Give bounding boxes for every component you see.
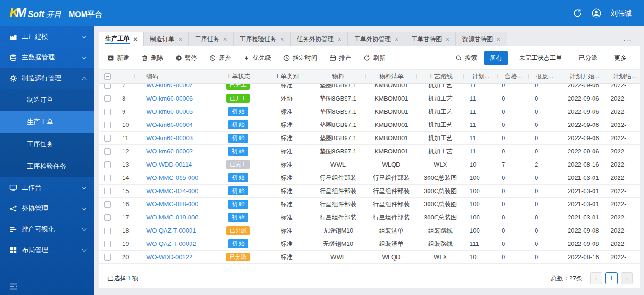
- sidebar-item[interactable]: 工作台: [0, 177, 94, 198]
- workorder-code-link[interactable]: WO-MMO-088-000: [146, 201, 198, 208]
- filter-button[interactable]: 未完工状态工单: [513, 51, 568, 65]
- row-checkbox[interactable]: [104, 241, 111, 247]
- prev-page-button[interactable]: [590, 272, 602, 284]
- column-plan-qty[interactable]: 计划...: [464, 70, 498, 83]
- table-row[interactable]: 7 WO-km60-00007 已开工 标准 垫圈8GB97.1 KMBOM00…: [99, 84, 640, 92]
- sidebar-item[interactable]: 工厂建模: [0, 26, 94, 47]
- workorder-code-link[interactable]: WO-WDD-00114: [146, 161, 192, 168]
- tab-close-icon[interactable]: [395, 36, 398, 42]
- workorder-code-link[interactable]: WO-WDD-00122: [146, 253, 192, 261]
- table-row[interactable]: 16 WO-MMO-088-000 初 始 标准 行星组件部装 行星组件部装 3…: [99, 198, 640, 211]
- tab-close-icon[interactable]: [446, 36, 449, 42]
- sidebar-item[interactable]: 外协管理: [0, 198, 94, 219]
- sidebar-subitem[interactable]: 制造订单: [0, 89, 94, 111]
- tab-close-icon[interactable]: [281, 36, 284, 42]
- column-bom[interactable]: 物料清单: [366, 70, 417, 83]
- toolbar-button[interactable]: 刷新: [363, 54, 385, 62]
- tab[interactable]: 资源甘特图: [456, 32, 507, 46]
- tab-close-icon[interactable]: [133, 36, 137, 42]
- username[interactable]: 刘伟诚: [611, 9, 632, 18]
- row-checkbox[interactable]: [104, 175, 111, 181]
- workorder-code-link[interactable]: WO-QAZ-T-00001: [146, 227, 196, 234]
- column-code[interactable]: 编码: [135, 70, 213, 83]
- sidebar-subitem[interactable]: 生产工单: [0, 111, 94, 133]
- tab-close-icon[interactable]: [178, 36, 182, 42]
- page-number[interactable]: 1: [605, 272, 618, 284]
- row-checkbox[interactable]: [104, 109, 111, 115]
- workorder-code-link[interactable]: WO-km60-00004: [146, 121, 193, 128]
- table-row[interactable]: 20 WO-WDD-00122 已分派 标准 WWL WLQD WLX 10 0…: [99, 251, 640, 264]
- sidebar-item[interactable]: 布局管理: [0, 240, 94, 261]
- tab[interactable]: 工单甘特图: [405, 32, 456, 46]
- sidebar-item[interactable]: 主数据管理: [0, 47, 94, 68]
- sidebar-subitem[interactable]: 工序检验任务: [0, 155, 94, 177]
- select-all-checkbox[interactable]: [104, 73, 111, 80]
- row-checkbox[interactable]: [104, 135, 111, 142]
- table-row[interactable]: 13 WO-WDD-00114 已完工 标准 WWL WLQD WLX 10 7…: [99, 158, 640, 171]
- tab[interactable]: 工序检验任务: [234, 32, 291, 46]
- table-row[interactable]: 8 WO-km60-00006 已开工 外协 垫圈8GB97.1 KMBOM00…: [99, 92, 640, 105]
- toolbar-button[interactable]: 优先级: [243, 54, 271, 62]
- column-scrap-qty[interactable]: 报废...: [529, 70, 560, 83]
- sidebar-item[interactable]: 制造运行管理: [0, 68, 94, 89]
- workorder-code-link[interactable]: WO-MMO-095-000: [146, 174, 198, 181]
- filter-button[interactable]: 更多: [608, 51, 633, 65]
- column-qualified-qty[interactable]: 合格...: [498, 70, 529, 83]
- column-material[interactable]: 物料: [310, 70, 366, 83]
- search-button[interactable]: 搜索: [455, 54, 477, 62]
- filter-button[interactable]: 所有: [484, 51, 508, 65]
- table-row[interactable]: 12 WO-km60-00002 初 始 标准 垫圈8GB97.1 KMBOM0…: [99, 145, 640, 158]
- row-checkbox[interactable]: [104, 122, 111, 128]
- toolbar-button[interactable]: 删除: [141, 54, 163, 62]
- table-row[interactable]: 19 WO-QAZ-T-00002 初 始 标准 无缝钢M10 组装清单 组装路…: [99, 237, 640, 251]
- tab[interactable]: 生产工单: [99, 32, 144, 46]
- row-checkbox[interactable]: [104, 84, 111, 89]
- workorder-code-link[interactable]: WO-km60-00003: [146, 135, 193, 142]
- toolbar-button[interactable]: 暂停: [175, 54, 197, 62]
- more-tabs-button[interactable]: ···: [615, 32, 640, 46]
- toolbar-button[interactable]: 废弃: [209, 54, 231, 62]
- table-row[interactable]: 15 WO-MMO-034-000 初 始 标准 行星组件部装 行星组件部装 3…: [99, 185, 640, 198]
- row-checkbox[interactable]: [104, 95, 111, 102]
- table-row[interactable]: 18 WO-QAZ-T-00001 已分派 标准 无缝钢M10 组装清单 组装路…: [99, 224, 640, 237]
- workorder-code-link[interactable]: WO-km60-00006: [146, 95, 193, 102]
- workorder-code-link[interactable]: WO-MMO-019-000: [146, 214, 198, 221]
- row-checkbox[interactable]: [104, 161, 111, 168]
- table-row[interactable]: 14 WO-MMO-095-000 初 始 标准 行星组件部装 行星组件部装 3…: [99, 171, 640, 185]
- tab[interactable]: 工序任务: [189, 32, 233, 46]
- column-route[interactable]: 工艺路线: [417, 70, 464, 83]
- table-row[interactable]: 11 WO-km60-00003 初 始 标准 垫圈8GB97.1 KMBOM0…: [99, 132, 640, 145]
- row-checkbox[interactable]: [104, 228, 111, 234]
- column-category[interactable]: 工单类别: [263, 70, 310, 83]
- table-row[interactable]: 17 WO-MMO-019-000 初 始 标准 行星组件部装 行星组件部装 3…: [99, 211, 640, 224]
- tab-close-icon[interactable]: [496, 36, 500, 42]
- row-checkbox[interactable]: [104, 201, 111, 208]
- sync-icon[interactable]: [573, 8, 582, 18]
- filter-button[interactable]: 已分派: [573, 51, 603, 65]
- row-checkbox[interactable]: [104, 188, 111, 194]
- user-avatar-icon[interactable]: [592, 8, 601, 18]
- sidebar-item[interactable]: 排产可视化: [0, 219, 94, 240]
- sidebar-subitem[interactable]: 工序任务: [0, 133, 94, 155]
- tab[interactable]: 任务外协管理: [291, 32, 348, 46]
- tab[interactable]: 制造订单: [144, 32, 189, 46]
- row-checkbox[interactable]: [104, 148, 111, 155]
- workorder-code-link[interactable]: WO-km60-00007: [146, 84, 193, 89]
- row-checkbox[interactable]: [104, 214, 111, 221]
- column-status[interactable]: 工单状态: [213, 70, 263, 83]
- workorder-code-link[interactable]: WO-MMO-034-000: [146, 187, 198, 194]
- workorder-code-link[interactable]: WO-QAZ-T-00002: [146, 240, 196, 247]
- table-row[interactable]: 9 WO-km60-00005 初 始 标准 垫圈8GB97.1 KMBOM00…: [99, 105, 640, 118]
- workorder-code-link[interactable]: WO-km60-00002: [146, 148, 193, 155]
- tab[interactable]: 工单外协管理: [348, 32, 405, 46]
- workorder-code-link[interactable]: WO-km60-00005: [146, 108, 193, 115]
- toolbar-button[interactable]: 排产: [330, 54, 351, 62]
- toolbar-button[interactable]: 新建: [107, 54, 129, 62]
- column-plan-start[interactable]: 计划开始...: [560, 70, 609, 83]
- table-row[interactable]: 10 WO-km60-00004 初 始 标准 垫圈8GB97.1 KMBOM0…: [99, 118, 640, 132]
- collapse-sidebar-icon[interactable]: [9, 283, 18, 290]
- tab-close-icon[interactable]: [223, 36, 227, 42]
- toolbar-button[interactable]: 指定时间: [283, 54, 317, 62]
- column-plan-end[interactable]: 计划结...: [609, 70, 640, 83]
- row-checkbox[interactable]: [104, 254, 111, 261]
